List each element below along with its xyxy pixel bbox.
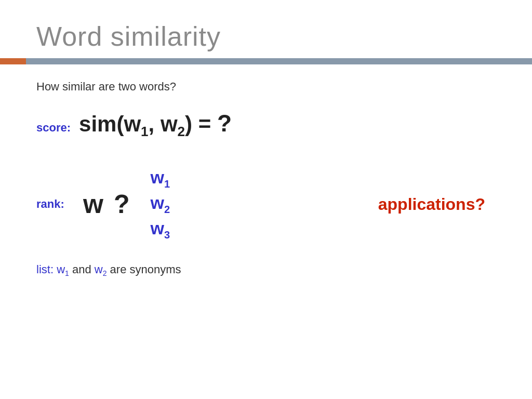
list-suffix: are synonyms xyxy=(110,263,181,276)
rank-word-2-sub: 2 xyxy=(164,204,170,215)
rank-word-1: w1 xyxy=(150,166,170,191)
score-label: score: xyxy=(36,121,71,135)
score-formula: sim(w1, w2) = ? xyxy=(79,109,232,140)
slide-container: Word similarity How similar are two word… xyxy=(0,0,532,399)
subtitle-text: How similar are two words? xyxy=(36,80,496,94)
rank-label: rank: xyxy=(36,197,73,211)
rank-word-2: w2 xyxy=(150,191,170,217)
score-sub1: 1 xyxy=(141,124,148,139)
score-sub2: 2 xyxy=(178,124,185,139)
list-section: list: w1 and w2 are synonyms xyxy=(36,263,496,277)
decorative-bar xyxy=(0,58,532,64)
rank-w-symbol: w xyxy=(83,189,103,219)
rank-word-1-sub: 1 xyxy=(164,178,170,190)
rank-question-mark: ? xyxy=(114,189,130,219)
list-and: and xyxy=(72,263,95,276)
bar-orange-segment xyxy=(0,58,26,64)
content-section: How similar are two words? score: sim(w1… xyxy=(0,64,532,277)
score-question-mark: ? xyxy=(217,110,232,137)
list-text: list: w1 and w2 are synonyms xyxy=(36,263,181,276)
rank-word-3-sub: 3 xyxy=(164,229,170,241)
rank-words-list: w1 w2 w3 xyxy=(150,166,170,242)
list-sub2: 2 xyxy=(103,269,107,277)
list-prefix: list: xyxy=(36,263,54,276)
bar-blue-segment xyxy=(26,58,532,64)
applications-label: applications? xyxy=(378,194,485,214)
title-section: Word similarity xyxy=(0,0,532,52)
score-line: score: sim(w1, w2) = ? xyxy=(36,109,496,140)
list-w2: w2 xyxy=(95,263,107,276)
rank-word-3: w3 xyxy=(150,217,170,242)
rank-block: rank: w ? w1 w2 w3 applications? xyxy=(36,166,496,242)
list-w1: w1 xyxy=(57,263,69,276)
list-sub1: 1 xyxy=(65,269,69,277)
slide-title: Word similarity xyxy=(36,21,496,52)
